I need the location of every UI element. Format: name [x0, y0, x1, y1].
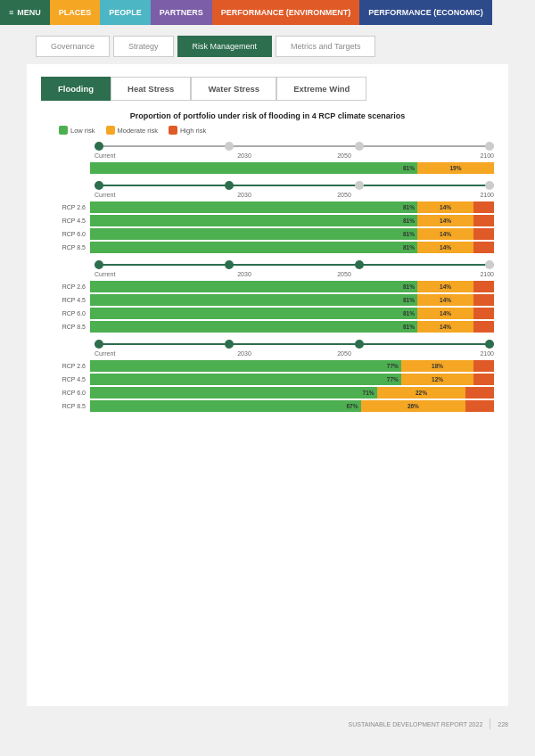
nav-partners[interactable]: PARTNERS: [151, 0, 212, 25]
main-card: Flooding Heat Stress Water Stress Extrem…: [27, 64, 508, 706]
tab-water-stress[interactable]: Water Stress: [191, 77, 276, 101]
timeline-3: [95, 340, 494, 349]
people-label: PEOPLE: [109, 8, 142, 17]
bar-green-2-0: 81%: [90, 281, 417, 292]
nav-perf-env[interactable]: PERFORMANCE (ENVIRONMENT): [212, 0, 360, 25]
partners-label: PARTNERS: [160, 8, 203, 17]
menu-label: MENU: [17, 8, 41, 17]
bar-green-2-3: 81%: [90, 321, 417, 333]
legend-high-label: High risk: [180, 127, 206, 135]
bar-green-1-3: 81%: [90, 242, 417, 253]
timeline-dot-2-1: [225, 260, 234, 269]
sec-nav-metrics[interactable]: Metrics and Targets: [276, 36, 375, 57]
tab-bar: Flooding Heat Stress Water Stress Extrem…: [41, 77, 494, 101]
timeline-dot-0-2: [355, 142, 364, 151]
timeline-dot-0-0: [95, 142, 103, 151]
timeline-label-0-3: 2100: [394, 152, 494, 159]
bar-row-3-2: RCP 6.071%22%: [41, 387, 494, 399]
timeline-dot-1-1: [225, 181, 234, 190]
timeline-dot-2-2: [355, 260, 364, 269]
legend-high-icon: [169, 126, 177, 135]
nav-places[interactable]: PLACES: [50, 0, 101, 25]
top-nav: ≡ MENU PLACES PEOPLE PARTNERS PERFORMANC…: [0, 0, 535, 25]
bar-yellow-0-0: 19%: [417, 162, 494, 174]
bar-yellow-3-1: 12%: [401, 374, 474, 385]
timeline-label-1-2: 2050: [294, 192, 394, 198]
legend-low-risk: Low risk: [59, 126, 95, 135]
legend: Low risk Moderate risk High risk: [41, 126, 494, 135]
chart-title: Proportion of portfolio under risk of fl…: [41, 111, 494, 120]
bar-row-3-1: RCP 4.577%12%: [41, 374, 494, 385]
tab-heat-stress[interactable]: Heat Stress: [111, 77, 191, 101]
sec-nav-risk[interactable]: Risk Management: [177, 36, 273, 57]
timeline-label-3-1: 2030: [194, 350, 294, 357]
bar-row-1-1: RCP 4.581%14%: [41, 215, 494, 226]
chart-group-3: Current203020502100RCP 2.677%18%RCP 4.57…: [41, 340, 494, 412]
timeline-dot-0-3: [485, 142, 494, 151]
timeline-label-2-3: 2100: [394, 271, 494, 277]
bar-container-1-0: 81%14%: [90, 201, 494, 213]
timeline-label-0-2: 2050: [294, 152, 394, 159]
tab-extreme-wind[interactable]: Extreme Wind: [276, 77, 366, 101]
bar-label-2-2: RCP 6.0: [41, 310, 90, 316]
bar-label-2-0: RCP 2.6: [41, 284, 90, 290]
bar-yellow-1-1: 14%: [417, 215, 473, 226]
bar-yellow-2-0: 14%: [417, 281, 473, 292]
page-footer: SUSTAINABLE DEVELOPMENT REPORT 2022 228: [0, 715, 535, 733]
bar-label-3-3: RCP 8.5: [41, 403, 90, 409]
timeline-label-3-3: 2100: [394, 350, 494, 357]
sec-nav-strategy[interactable]: Strategy: [113, 36, 174, 57]
bar-container-1-1: 81%14%: [90, 215, 494, 226]
bar-orange-1-0: [473, 201, 494, 213]
bar-yellow-3-0: 18%: [401, 360, 474, 372]
legend-low-label: Low risk: [70, 127, 95, 135]
timeline-dot-0-1: [225, 142, 234, 151]
sec-nav-governance[interactable]: Governance: [36, 36, 110, 57]
bar-row-2-2: RCP 6.081%14%: [41, 308, 494, 319]
bar-label-3-1: RCP 4.5: [41, 376, 90, 382]
bar-container-1-2: 81%14%: [90, 228, 494, 240]
places-label: PLACES: [59, 8, 92, 17]
bar-container-3-1: 77%12%: [90, 374, 494, 385]
bar-green-2-2: 81%: [90, 308, 417, 319]
bar-orange-3-1: [473, 374, 494, 385]
timeline-label-1-3: 2100: [394, 192, 494, 198]
bar-orange-2-3: [473, 321, 494, 333]
nav-menu[interactable]: ≡ MENU: [0, 0, 50, 25]
timeline-labels-1: Current203020502100: [95, 192, 494, 198]
timeline-label-2-1: 2030: [194, 271, 294, 277]
timeline-label-3-0: Current: [95, 350, 194, 357]
timeline-label-3-2: 2050: [294, 350, 394, 357]
nav-people[interactable]: PEOPLE: [100, 0, 151, 25]
bar-row-2-0: RCP 2.681%14%: [41, 281, 494, 292]
chart-group-0: Current20302050210081%19%: [41, 142, 494, 174]
bar-orange-1-1: [473, 215, 494, 226]
bar-orange-2-1: [473, 294, 494, 306]
bar-orange-3-3: [465, 400, 494, 412]
tab-flooding[interactable]: Flooding: [41, 77, 111, 101]
timeline-dot-1-2: [355, 181, 364, 190]
bar-label-1-1: RCP 4.5: [41, 218, 90, 224]
legend-high-risk: High risk: [169, 126, 206, 135]
secondary-nav: Governance Strategy Risk Management Metr…: [0, 25, 535, 64]
bar-container-3-3: 67%26%: [90, 400, 494, 412]
bar-row-3-0: RCP 2.677%18%: [41, 360, 494, 372]
bar-orange-2-2: [473, 308, 494, 319]
page-number: 228: [498, 721, 508, 727]
perf-eco-label: PERFORMANCE (ECONOMIC): [368, 8, 483, 17]
timeline-dot-3-2: [355, 340, 364, 349]
bar-label-2-3: RCP 8.5: [41, 324, 90, 330]
timeline-label-2-0: Current: [95, 271, 194, 277]
bar-row-3-3: RCP 8.567%26%: [41, 400, 494, 412]
nav-perf-eco[interactable]: PERFORMANCE (ECONOMIC): [359, 0, 492, 25]
bar-label-2-1: RCP 4.5: [41, 297, 90, 303]
timeline-dot-2-0: [95, 260, 103, 269]
bar-green-3-3: 67%: [90, 400, 361, 412]
bar-green-3-0: 77%: [90, 360, 401, 372]
timeline-labels-3: Current203020502100: [95, 350, 494, 357]
timeline-dot-3-3: [485, 340, 494, 349]
timeline-label-0-0: Current: [95, 152, 194, 159]
bar-yellow-3-3: 26%: [361, 400, 466, 412]
chart-container: Current20302050210081%19%Current20302050…: [41, 142, 494, 412]
bar-green-3-2: 71%: [90, 387, 377, 399]
